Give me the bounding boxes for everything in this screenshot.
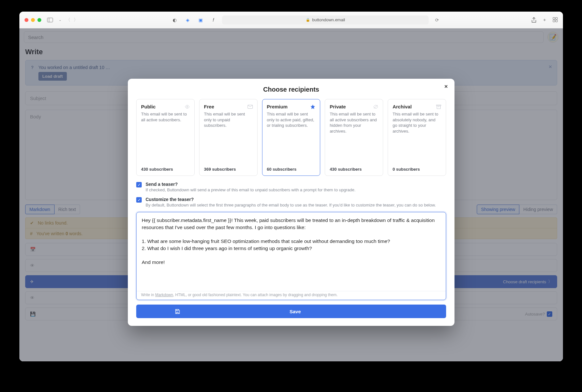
mail-icon [248, 105, 253, 109]
teaser-textarea[interactable]: Hey {{ subscriber.metadata.first_name }}… [137, 212, 446, 291]
recipient-card-free[interactable]: Free This email will be sent only to unp… [199, 99, 258, 176]
svg-rect-2 [553, 17, 555, 19]
customize-teaser-checkbox[interactable]: ✓ [136, 197, 142, 203]
svg-rect-4 [553, 20, 555, 22]
modal-close-button[interactable]: ✕ [444, 84, 448, 89]
teaser-hint: Write in Markdown, HTML, or good old fas… [137, 291, 446, 300]
customize-teaser-option[interactable]: ✓ Customize the teaser? By default, Butt… [136, 197, 446, 207]
address-bar[interactable]: 🔒 buttondown.email [222, 15, 429, 25]
sidebar-toggle-button[interactable] [46, 16, 54, 24]
extension-icon[interactable]: ▣ [196, 16, 205, 24]
svg-rect-5 [556, 20, 557, 22]
share-button[interactable] [531, 17, 536, 23]
markdown-link[interactable]: Markdown [155, 293, 173, 297]
choose-recipients-modal: ✕ Choose recipients Public This email wi… [128, 79, 454, 326]
shield-icon[interactable]: ◐ [170, 16, 179, 24]
recipient-card-public[interactable]: Public This email will be sent to all ac… [136, 99, 195, 176]
modal-title: Choose recipients [136, 86, 446, 93]
chevron-down-icon[interactable]: ⌄ [59, 18, 61, 22]
tabs-overview-button[interactable] [553, 17, 558, 23]
save-disk-icon [175, 309, 180, 314]
back-button[interactable]: 〈 [66, 17, 70, 23]
url-text: buttondown.email [312, 17, 345, 22]
archive-icon [436, 105, 441, 109]
browser-toolbar: ⌄ 〈 〉 ◐ ◈ ▣ f 🔒 buttondown.email ⟳ ＋ [19, 12, 563, 28]
lock-icon: 🔒 [306, 18, 310, 22]
maximize-window-button[interactable] [37, 18, 41, 22]
minimize-window-button[interactable] [31, 18, 35, 22]
forward-button[interactable]: 〉 [74, 17, 78, 23]
svg-point-6 [187, 106, 188, 107]
eye-off-icon [373, 105, 378, 109]
reload-button[interactable]: ⟳ [435, 17, 439, 23]
recipient-card-private[interactable]: Private This email will be sent to all a… [325, 99, 383, 176]
app-body: Search 📝 Write ？ You worked on a untitle… [19, 28, 563, 361]
traffic-lights[interactable] [25, 18, 41, 22]
close-window-button[interactable] [25, 18, 28, 22]
reader-icon[interactable]: f [209, 16, 218, 24]
svg-rect-0 [47, 18, 53, 22]
send-teaser-option[interactable]: ✓ Send a teaser? If checked, Buttondown … [136, 182, 446, 192]
star-icon [310, 104, 315, 109]
new-tab-button[interactable]: ＋ [542, 17, 547, 23]
recipient-cards: Public This email will be sent to all ac… [136, 99, 446, 176]
recipient-card-archival[interactable]: Archival This email will be sent to abso… [388, 99, 446, 176]
show-password-icon[interactable]: ◈ [183, 16, 192, 24]
eye-icon [185, 105, 190, 109]
safari-window: ⌄ 〈 〉 ◐ ◈ ▣ f 🔒 buttondown.email ⟳ ＋ Sea… [19, 12, 563, 361]
modal-save-button[interactable]: Save [136, 305, 446, 318]
recipient-card-premium[interactable]: Premium This email will be sent only to … [262, 99, 321, 176]
svg-rect-3 [556, 17, 557, 19]
send-teaser-checkbox[interactable]: ✓ [136, 182, 142, 187]
teaser-editor: Hey {{ subscriber.metadata.first_name }}… [136, 212, 446, 300]
svg-rect-10 [437, 106, 440, 109]
